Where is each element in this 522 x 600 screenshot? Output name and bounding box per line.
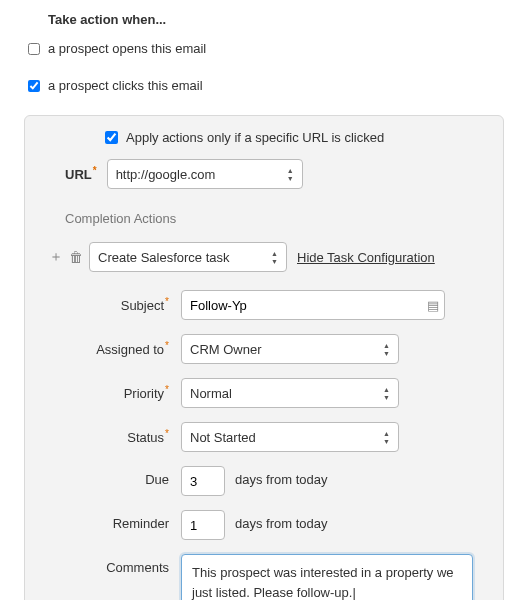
task-config-form: Subject* ▤ Assigned to* CRM Owner Priori… <box>73 290 485 600</box>
due-suffix: days from today <box>235 466 328 487</box>
status-row: Status* Not Started <box>73 422 485 452</box>
chevrons-icon <box>383 386 390 401</box>
required-asterisk: * <box>93 165 97 176</box>
status-value: Not Started <box>190 430 256 445</box>
config-panel: Apply actions only if a specific URL is … <box>24 115 504 600</box>
due-label: Due <box>73 466 181 487</box>
url-label: URL* <box>65 165 97 182</box>
priority-row: Priority* Normal <box>73 378 485 408</box>
reminder-suffix: days from today <box>235 510 328 531</box>
apply-url-row: Apply actions only if a specific URL is … <box>105 130 485 145</box>
assigned-to-select[interactable]: CRM Owner <box>181 334 399 364</box>
required-asterisk: * <box>165 340 169 351</box>
action-row: ＋ 🗑 Create Salesforce task Hide Task Con… <box>49 242 485 272</box>
completion-action-value: Create Salesforce task <box>98 250 230 265</box>
assigned-to-row: Assigned to* CRM Owner <box>73 334 485 364</box>
apply-url-checkbox[interactable] <box>105 131 118 144</box>
url-row: URL* http://google.com <box>65 159 485 189</box>
trigger-clicks-row: a prospect clicks this email <box>28 78 504 93</box>
apply-url-label: Apply actions only if a specific URL is … <box>126 130 384 145</box>
assigned-to-value: CRM Owner <box>190 342 262 357</box>
priority-label: Priority* <box>73 378 181 401</box>
hide-task-config-link[interactable]: Hide Task Configuration <box>297 250 435 265</box>
priority-value: Normal <box>190 386 232 401</box>
subject-row: Subject* ▤ <box>73 290 485 320</box>
due-input[interactable] <box>181 466 225 496</box>
assigned-to-label: Assigned to* <box>73 334 181 357</box>
subject-label: Subject* <box>73 290 181 313</box>
reminder-row: Reminder days from today <box>73 510 485 540</box>
comments-label: Comments <box>73 554 181 575</box>
trigger-clicks-label: a prospect clicks this email <box>48 78 203 93</box>
reminder-input[interactable] <box>181 510 225 540</box>
url-select-value: http://google.com <box>116 167 216 182</box>
add-action-icon[interactable]: ＋ <box>49 248 63 266</box>
section-heading: Take action when... <box>48 12 504 27</box>
chevrons-icon <box>287 167 294 182</box>
trigger-opens-label: a prospect opens this email <box>48 41 206 56</box>
completion-actions-title: Completion Actions <box>65 211 485 226</box>
trigger-opens-checkbox[interactable] <box>28 43 40 55</box>
status-select[interactable]: Not Started <box>181 422 399 452</box>
delete-action-icon[interactable]: 🗑 <box>69 249 83 265</box>
subject-input[interactable] <box>181 290 445 320</box>
required-asterisk: * <box>165 296 169 307</box>
priority-select[interactable]: Normal <box>181 378 399 408</box>
comments-row: Comments This prospect was interested in… <box>73 554 485 600</box>
chevrons-icon <box>383 430 390 445</box>
required-asterisk: * <box>165 428 169 439</box>
status-label: Status* <box>73 422 181 445</box>
completion-action-select[interactable]: Create Salesforce task <box>89 242 287 272</box>
required-asterisk: * <box>165 384 169 395</box>
chevrons-icon <box>271 250 278 265</box>
due-row: Due days from today <box>73 466 485 496</box>
trigger-opens-row: a prospect opens this email <box>28 41 504 56</box>
comments-textarea[interactable]: This prospect was interested in a proper… <box>181 554 473 600</box>
reminder-label: Reminder <box>73 510 181 531</box>
chevrons-icon <box>383 342 390 357</box>
trigger-clicks-checkbox[interactable] <box>28 80 40 92</box>
url-select[interactable]: http://google.com <box>107 159 303 189</box>
